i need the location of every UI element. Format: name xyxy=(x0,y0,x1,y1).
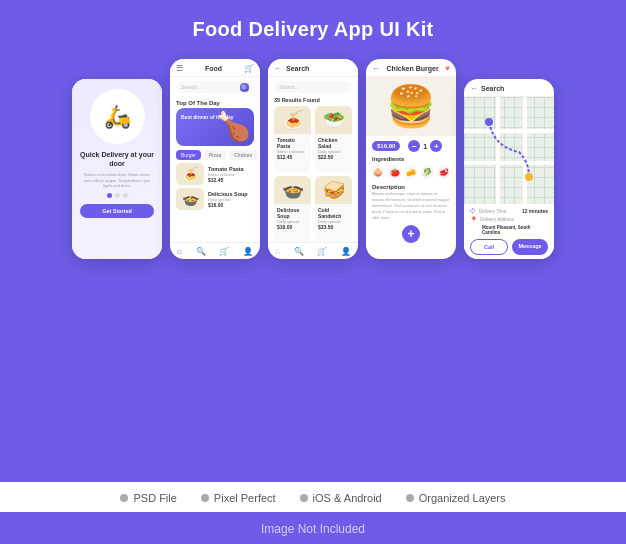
card-image: 🍝 xyxy=(274,106,311,134)
feature-label-ios: iOS & Android xyxy=(313,492,382,504)
ph2-featured-image: 🍗 xyxy=(216,110,251,143)
svg-point-1 xyxy=(525,173,533,181)
list-item[interactable]: 🥗 Chicken Salad Daily special $22.50 xyxy=(315,106,352,172)
ph2-search-bar[interactable]: Search... 🔍 xyxy=(176,81,254,93)
card-price: $33.50 xyxy=(318,224,349,230)
nav-cart-icon[interactable]: 🛒 xyxy=(219,247,229,256)
nav-home-icon[interactable]: ⌂ xyxy=(177,247,182,256)
route-path xyxy=(464,97,554,204)
add-to-cart-button[interactable]: + xyxy=(402,225,420,243)
dot-3[interactable] xyxy=(123,193,128,198)
main-area: Food Delivery App UI Kit 🛵 Quick Deliver… xyxy=(0,0,626,482)
phone-food-list: ☰ Food 🛒 Search... 🔍 Top Of The Day Best… xyxy=(170,59,260,259)
get-started-button[interactable]: Get Started xyxy=(80,204,154,218)
ph5-title: Search xyxy=(481,85,504,92)
card-info: Chicken Salad Daily special $22.50 xyxy=(315,134,352,163)
feature-dot-pixel xyxy=(201,494,209,502)
phone1-desc: Nutrum a tincidunt dolor. Etiam varius s… xyxy=(80,172,154,189)
item-price: $12.45 xyxy=(208,177,254,183)
ph2-search-icon: 🔍 xyxy=(240,83,249,92)
ph2-title: Food xyxy=(205,65,222,72)
delivery-time-label: Delivery Time xyxy=(479,209,506,214)
dot-2[interactable] xyxy=(115,193,120,198)
delivery-time-row: ⏱ Delivery Time 12 minutes xyxy=(470,208,548,214)
scooter-icon: 🛵 xyxy=(104,104,131,130)
ph3-title: Search xyxy=(286,65,309,72)
nav-search-icon[interactable]: 🔍 xyxy=(294,247,304,256)
item-info: Delicious Soup Daily special $16.00 xyxy=(208,191,254,208)
ph2-items-list: 🍝 Tomato Pasta Italian selection $12.45 … xyxy=(170,163,260,242)
back-icon[interactable]: ← xyxy=(470,84,478,93)
ingredient-item: 🥩 xyxy=(438,165,450,179)
delivery-address-row: 📍 Delivery Address xyxy=(470,216,548,223)
item-price: $16.00 xyxy=(208,202,254,208)
card-image: 🥗 xyxy=(315,106,352,134)
quantity-stepper: − 1 + xyxy=(408,140,442,152)
ph3-search-bar[interactable]: Search... xyxy=(274,81,352,93)
nav-cart-icon[interactable]: 🛒 xyxy=(317,247,327,256)
ph5-action-buttons: Call Message xyxy=(470,239,548,255)
list-item[interactable]: 🍲 Delicious Soup Daily special $16.00 xyxy=(274,176,311,242)
phone-detail: ← Chicken Burger ♥ 🍔 $16.90 − 1 + Ingred… xyxy=(366,59,456,259)
phone-search-results: ← Search Search... 35 Results Found 🍝 To… xyxy=(268,59,358,259)
feature-dot-layers xyxy=(406,494,414,502)
nav-profile-icon[interactable]: 👤 xyxy=(341,247,351,256)
ingredients-label: Ingredients xyxy=(366,154,456,163)
ph3-results-count: 35 Results Found xyxy=(268,97,358,106)
cat-chicken[interactable]: Chicken xyxy=(229,150,257,160)
svg-point-0 xyxy=(485,118,493,126)
card-price: $12.45 xyxy=(277,154,308,160)
card-info: Tomato Pasta Italian selection $12.45 xyxy=(274,134,311,163)
qty-plus-button[interactable]: + xyxy=(430,140,442,152)
delivery-time-value: 12 minutes xyxy=(522,208,548,214)
list-item[interactable]: 🍝 Tomato Pasta Italian selection $12.45 xyxy=(274,106,311,172)
ingredient-item: 🍅 xyxy=(388,165,400,179)
feature-dot-ios xyxy=(300,494,308,502)
nav-search-icon[interactable]: 🔍 xyxy=(196,247,206,256)
list-item[interactable]: 🥪 Cold Sandwich Daily special $33.50 xyxy=(315,176,352,242)
feature-layers: Organized Layers xyxy=(406,492,506,504)
description-label: Description xyxy=(366,182,456,191)
card-image: 🍲 xyxy=(274,176,311,204)
card-image: 🥪 xyxy=(315,176,352,204)
ph2-categories: Burger Pizza Chicken xyxy=(170,150,260,163)
nav-home-icon[interactable]: ⌂ xyxy=(275,247,280,256)
card-info: Delicious Soup Daily special $16.00 xyxy=(274,204,311,233)
nav-profile-icon[interactable]: 👤 xyxy=(243,247,253,256)
message-button[interactable]: Message xyxy=(512,239,548,255)
ph5-info-panel: ⏱ Delivery Time 12 minutes 📍 Delivery Ad… xyxy=(464,204,554,259)
heart-icon[interactable]: ♥ xyxy=(445,64,450,73)
phone1-title: Quick Delivery at your door xyxy=(80,150,154,168)
ph3-nav-bar: ⌂ 🔍 🛒 👤 xyxy=(268,242,358,259)
ingredient-item: 🧅 xyxy=(372,165,384,179)
call-button[interactable]: Call xyxy=(470,239,508,255)
feature-label-layers: Organized Layers xyxy=(419,492,506,504)
menu-icon[interactable]: ☰ xyxy=(176,64,183,73)
price-badge: $16.90 xyxy=(372,141,400,151)
back-icon[interactable]: ← xyxy=(274,64,282,73)
back-icon[interactable]: ← xyxy=(372,64,380,73)
phone1-dots xyxy=(107,193,128,198)
cat-pizza[interactable]: Pizza xyxy=(204,150,226,160)
clock-icon: ⏱ xyxy=(470,208,476,214)
ph2-section-title: Top Of The Day xyxy=(170,97,260,108)
dot-1[interactable] xyxy=(107,193,112,198)
card-name: Chicken Salad xyxy=(318,137,349,149)
item-info: Tomato Pasta Italian selection $12.45 xyxy=(208,166,254,183)
ph2-search-placeholder: Search... xyxy=(181,84,201,90)
ph4-title: Chicken Burger xyxy=(387,65,439,72)
ph3-results-grid: 🍝 Tomato Pasta Italian selection $12.45 … xyxy=(268,106,358,242)
cat-burger[interactable]: Burger xyxy=(176,150,201,160)
card-name: Delicious Soup xyxy=(277,207,308,219)
qty-minus-button[interactable]: − xyxy=(408,140,420,152)
map-view xyxy=(464,97,554,204)
card-price: $16.00 xyxy=(277,224,308,230)
page-title: Food Delivery App UI Kit xyxy=(193,18,434,41)
list-item[interactable]: 🍝 Tomato Pasta Italian selection $12.45 xyxy=(176,163,254,185)
card-price: $22.50 xyxy=(318,154,349,160)
footer: Image Not Included xyxy=(0,512,626,544)
list-item[interactable]: 🍲 Delicious Soup Daily special $16.00 xyxy=(176,188,254,210)
cart-icon[interactable]: 🛒 xyxy=(244,64,254,73)
delivery-address-label: Delivery Address xyxy=(480,217,514,222)
card-info: Cold Sandwich Daily special $33.50 xyxy=(315,204,352,233)
